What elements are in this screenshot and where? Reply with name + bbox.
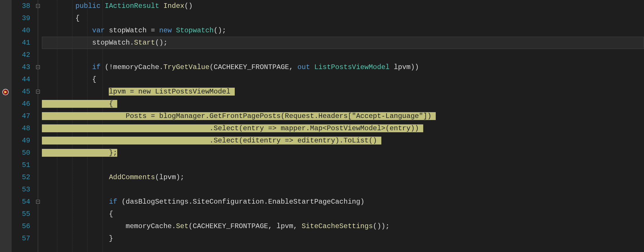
line-number: 45 xyxy=(12,86,30,98)
code-editor[interactable]: 3839404142434445464748495051525354555657… xyxy=(0,0,644,252)
line-number: 55 xyxy=(12,208,30,220)
code-line[interactable]: Posts = blogManager.GetFrontPagePosts(Re… xyxy=(42,110,644,122)
line-number: 44 xyxy=(12,73,30,86)
line-number: 43 xyxy=(12,61,30,73)
code-line[interactable]: { xyxy=(42,98,644,110)
line-number: 54 xyxy=(12,196,30,208)
code-line[interactable]: memoryCache.Set(CACHEKEY_FRONTPAGE, lpvm… xyxy=(42,220,644,232)
line-number: 39 xyxy=(12,12,30,24)
line-number: 42 xyxy=(12,49,30,61)
fold-toggle-icon[interactable] xyxy=(36,65,40,69)
line-number: 48 xyxy=(12,122,30,135)
code-line[interactable]: .Select(editentry => editentry).ToList() xyxy=(42,135,644,147)
line-number: 51 xyxy=(12,159,30,171)
code-line[interactable]: stopWatch.Start(); xyxy=(42,37,644,49)
code-line[interactable]: { xyxy=(42,73,644,86)
line-number: 49 xyxy=(12,135,30,147)
code-line[interactable]: public IActionResult Index() xyxy=(42,0,644,12)
code-line[interactable]: } xyxy=(42,232,644,245)
line-number: 47 xyxy=(12,110,30,122)
code-line[interactable] xyxy=(42,159,644,171)
line-number: 56 xyxy=(12,220,30,232)
code-line[interactable]: if (dasBlogSettings.SiteConfiguration.En… xyxy=(42,196,644,208)
code-line[interactable] xyxy=(42,184,644,196)
line-number: 53 xyxy=(12,184,30,196)
line-number: 50 xyxy=(12,147,30,159)
code-line[interactable]: { xyxy=(42,12,644,24)
line-number-gutter: 3839404142434445464748495051525354555657 xyxy=(12,0,34,252)
fold-toggle-icon[interactable] xyxy=(36,4,40,8)
line-number: 41 xyxy=(12,37,30,49)
line-number: 38 xyxy=(12,0,30,12)
code-area[interactable]: public IActionResult Index() { var stopW… xyxy=(42,0,644,252)
line-number: 40 xyxy=(12,24,30,37)
line-number: 46 xyxy=(12,98,30,110)
fold-toggle-icon[interactable] xyxy=(36,90,40,94)
fold-guide-line xyxy=(38,0,38,252)
code-line[interactable]: AddComments(lpvm); xyxy=(42,171,644,184)
code-line[interactable]: .Select(entry => mapper.Map<PostViewMode… xyxy=(42,122,644,135)
code-line[interactable]: }; xyxy=(42,147,644,159)
code-line[interactable]: lpvm = new ListPostsViewModel xyxy=(42,86,644,98)
line-number: 52 xyxy=(12,171,30,184)
fold-toggle-icon[interactable] xyxy=(36,200,40,204)
code-line[interactable]: var stopWatch = new Stopwatch(); xyxy=(42,24,644,37)
line-number: 57 xyxy=(12,232,30,245)
code-line[interactable]: { xyxy=(42,208,644,220)
code-line[interactable]: if (!memoryCache.TryGetValue(CACHEKEY_FR… xyxy=(42,61,644,73)
breakpoint-gutter[interactable] xyxy=(0,0,12,252)
code-line[interactable] xyxy=(42,49,644,61)
execution-pointer-icon[interactable] xyxy=(2,89,9,96)
fold-gutter[interactable] xyxy=(34,0,42,252)
